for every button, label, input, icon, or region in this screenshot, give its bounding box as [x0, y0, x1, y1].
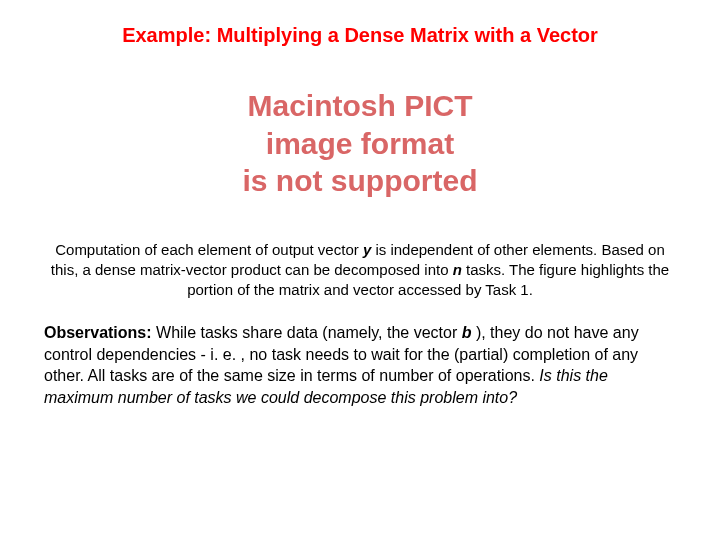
caption-text-1: Computation of each element of output ve…: [55, 241, 363, 258]
body-text-1: While tasks share data (namely, the vect…: [152, 324, 462, 341]
body-var-b: b: [462, 324, 472, 341]
observations-lead: Observations:: [44, 324, 152, 341]
observations-paragraph: Observations: While tasks share data (na…: [44, 322, 676, 408]
caption-var-y: y: [363, 241, 371, 258]
caption-var-n: n: [453, 261, 462, 278]
pict-placeholder: Macintosh PICT image format is not suppo…: [40, 87, 680, 200]
figure-caption: Computation of each element of output ve…: [46, 240, 674, 301]
placeholder-line-1: Macintosh PICT: [40, 87, 680, 125]
placeholder-line-2: image format: [40, 125, 680, 163]
placeholder-line-3: is not supported: [40, 162, 680, 200]
slide-title: Example: Multiplying a Dense Matrix with…: [40, 24, 680, 47]
